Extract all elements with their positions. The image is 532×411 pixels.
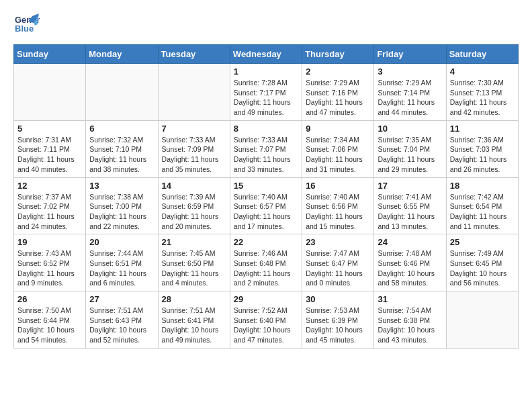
day-info: Sunrise: 7:51 AM Sunset: 6:41 PM Dayligh… [162, 306, 226, 345]
calendar-cell: 18Sunrise: 7:42 AM Sunset: 6:54 PM Dayli… [446, 177, 518, 234]
calendar-cell: 30Sunrise: 7:53 AM Sunset: 6:39 PM Dayli… [302, 291, 374, 349]
day-info: Sunrise: 7:29 AM Sunset: 7:14 PM Dayligh… [378, 78, 442, 118]
day-number: 2 [306, 66, 370, 77]
week-row-2: 5Sunrise: 7:31 AM Sunset: 7:11 PM Daylig… [14, 120, 519, 177]
calendar-cell: 4Sunrise: 7:30 AM Sunset: 7:13 PM Daylig… [446, 64, 518, 121]
day-info: Sunrise: 7:33 AM Sunset: 7:09 PM Dayligh… [162, 135, 226, 175]
day-number: 10 [378, 124, 442, 134]
calendar-cell: 9Sunrise: 7:34 AM Sunset: 7:06 PM Daylig… [302, 120, 374, 177]
week-row-3: 12Sunrise: 7:37 AM Sunset: 7:02 PM Dayli… [14, 177, 519, 234]
day-number: 12 [17, 181, 82, 191]
week-row-1: 1Sunrise: 7:28 AM Sunset: 7:17 PM Daylig… [14, 64, 519, 121]
calendar-cell: 15Sunrise: 7:40 AM Sunset: 6:57 PM Dayli… [230, 177, 302, 234]
weekday-header-saturday: Saturday [446, 45, 518, 64]
day-info: Sunrise: 7:41 AM Sunset: 6:55 PM Dayligh… [378, 192, 442, 232]
day-number: 30 [306, 294, 370, 304]
calendar-cell: 10Sunrise: 7:35 AM Sunset: 7:04 PM Dayli… [374, 120, 446, 177]
day-info: Sunrise: 7:29 AM Sunset: 7:16 PM Dayligh… [306, 78, 370, 118]
calendar-cell [158, 64, 230, 121]
calendar-cell: 20Sunrise: 7:44 AM Sunset: 6:51 PM Dayli… [86, 234, 158, 291]
calendar-cell: 11Sunrise: 7:36 AM Sunset: 7:03 PM Dayli… [446, 120, 518, 177]
day-number: 16 [306, 181, 370, 191]
day-number: 9 [306, 124, 370, 134]
calendar-cell: 2Sunrise: 7:29 AM Sunset: 7:16 PM Daylig… [302, 64, 374, 121]
day-number: 13 [89, 181, 154, 191]
weekday-header-thursday: Thursday [302, 45, 374, 64]
day-number: 4 [450, 66, 515, 77]
week-row-4: 19Sunrise: 7:43 AM Sunset: 6:52 PM Dayli… [14, 234, 519, 291]
day-info: Sunrise: 7:52 AM Sunset: 6:40 PM Dayligh… [234, 306, 298, 345]
calendar-cell: 21Sunrise: 7:45 AM Sunset: 6:50 PM Dayli… [158, 234, 230, 291]
day-number: 8 [234, 124, 298, 134]
day-info: Sunrise: 7:53 AM Sunset: 6:39 PM Dayligh… [306, 306, 370, 345]
day-number: 14 [162, 181, 226, 191]
day-number: 24 [378, 237, 442, 247]
day-info: Sunrise: 7:36 AM Sunset: 7:03 PM Dayligh… [450, 135, 515, 175]
day-number: 6 [89, 124, 154, 134]
calendar-cell [14, 64, 86, 121]
day-number: 18 [450, 181, 515, 191]
svg-text:Blue: Blue [15, 24, 34, 34]
day-info: Sunrise: 7:46 AM Sunset: 6:48 PM Dayligh… [234, 248, 298, 288]
weekday-header-sunday: Sunday [14, 45, 86, 64]
calendar-cell: 17Sunrise: 7:41 AM Sunset: 6:55 PM Dayli… [374, 177, 446, 234]
weekday-header-row: SundayMondayTuesdayWednesdayThursdayFrid… [14, 45, 519, 64]
logo-icon: General Blue [13, 11, 40, 38]
day-number: 3 [378, 66, 442, 77]
day-info: Sunrise: 7:34 AM Sunset: 7:06 PM Dayligh… [306, 135, 370, 175]
calendar-cell: 8Sunrise: 7:33 AM Sunset: 7:07 PM Daylig… [230, 120, 302, 177]
calendar-cell: 31Sunrise: 7:54 AM Sunset: 6:38 PM Dayli… [374, 291, 446, 349]
day-info: Sunrise: 7:31 AM Sunset: 7:11 PM Dayligh… [17, 135, 82, 175]
weekday-header-tuesday: Tuesday [158, 45, 230, 64]
day-number: 29 [234, 294, 298, 304]
calendar-cell [446, 291, 518, 349]
page-header: General Blue [13, 11, 519, 38]
day-number: 1 [234, 66, 298, 77]
day-info: Sunrise: 7:43 AM Sunset: 6:52 PM Dayligh… [17, 248, 82, 288]
calendar-cell: 16Sunrise: 7:40 AM Sunset: 6:56 PM Dayli… [302, 177, 374, 234]
day-info: Sunrise: 7:33 AM Sunset: 7:07 PM Dayligh… [234, 135, 298, 175]
calendar-cell: 6Sunrise: 7:32 AM Sunset: 7:10 PM Daylig… [86, 120, 158, 177]
calendar-cell: 7Sunrise: 7:33 AM Sunset: 7:09 PM Daylig… [158, 120, 230, 177]
calendar-cell: 1Sunrise: 7:28 AM Sunset: 7:17 PM Daylig… [230, 64, 302, 121]
calendar-cell: 23Sunrise: 7:47 AM Sunset: 6:47 PM Dayli… [302, 234, 374, 291]
day-number: 5 [17, 124, 82, 134]
weekday-header-wednesday: Wednesday [230, 45, 302, 64]
calendar-cell: 25Sunrise: 7:49 AM Sunset: 6:45 PM Dayli… [446, 234, 518, 291]
weekday-header-monday: Monday [86, 45, 158, 64]
day-number: 22 [234, 237, 298, 247]
day-info: Sunrise: 7:54 AM Sunset: 6:38 PM Dayligh… [378, 306, 442, 345]
day-info: Sunrise: 7:32 AM Sunset: 7:10 PM Dayligh… [89, 135, 154, 175]
day-info: Sunrise: 7:48 AM Sunset: 6:46 PM Dayligh… [378, 248, 442, 288]
calendar-cell: 24Sunrise: 7:48 AM Sunset: 6:46 PM Dayli… [374, 234, 446, 291]
day-number: 28 [162, 294, 226, 304]
calendar-cell: 5Sunrise: 7:31 AM Sunset: 7:11 PM Daylig… [14, 120, 86, 177]
day-info: Sunrise: 7:40 AM Sunset: 6:57 PM Dayligh… [234, 192, 298, 232]
day-info: Sunrise: 7:37 AM Sunset: 7:02 PM Dayligh… [17, 192, 82, 232]
calendar-cell: 3Sunrise: 7:29 AM Sunset: 7:14 PM Daylig… [374, 64, 446, 121]
day-number: 17 [378, 181, 442, 191]
day-info: Sunrise: 7:51 AM Sunset: 6:43 PM Dayligh… [89, 306, 154, 345]
calendar-cell [86, 64, 158, 121]
calendar-cell: 28Sunrise: 7:51 AM Sunset: 6:41 PM Dayli… [158, 291, 230, 349]
calendar-cell: 19Sunrise: 7:43 AM Sunset: 6:52 PM Dayli… [14, 234, 86, 291]
day-info: Sunrise: 7:38 AM Sunset: 7:00 PM Dayligh… [89, 192, 154, 232]
day-info: Sunrise: 7:30 AM Sunset: 7:13 PM Dayligh… [450, 78, 515, 118]
day-info: Sunrise: 7:42 AM Sunset: 6:54 PM Dayligh… [450, 192, 515, 232]
day-number: 23 [306, 237, 370, 247]
day-number: 21 [162, 237, 226, 247]
calendar-cell: 29Sunrise: 7:52 AM Sunset: 6:40 PM Dayli… [230, 291, 302, 349]
day-info: Sunrise: 7:49 AM Sunset: 6:45 PM Dayligh… [450, 248, 515, 288]
day-info: Sunrise: 7:39 AM Sunset: 6:59 PM Dayligh… [162, 192, 226, 232]
day-number: 20 [89, 237, 154, 247]
day-number: 27 [89, 294, 154, 304]
calendar-cell: 27Sunrise: 7:51 AM Sunset: 6:43 PM Dayli… [86, 291, 158, 349]
day-number: 19 [17, 237, 82, 247]
calendar-cell: 26Sunrise: 7:50 AM Sunset: 6:44 PM Dayli… [14, 291, 86, 349]
calendar-cell: 13Sunrise: 7:38 AM Sunset: 7:00 PM Dayli… [86, 177, 158, 234]
day-number: 15 [234, 181, 298, 191]
calendar-table: SundayMondayTuesdayWednesdayThursdayFrid… [13, 44, 519, 349]
day-info: Sunrise: 7:45 AM Sunset: 6:50 PM Dayligh… [162, 248, 226, 288]
day-info: Sunrise: 7:28 AM Sunset: 7:17 PM Dayligh… [234, 78, 298, 118]
calendar-cell: 22Sunrise: 7:46 AM Sunset: 6:48 PM Dayli… [230, 234, 302, 291]
